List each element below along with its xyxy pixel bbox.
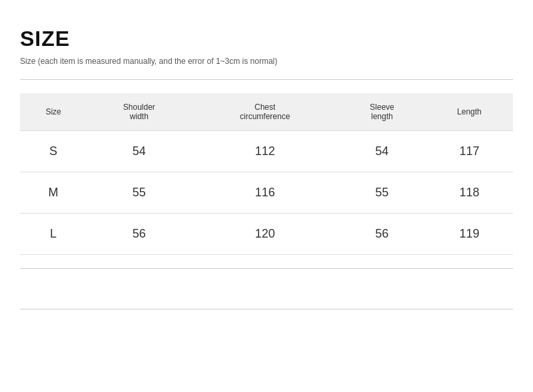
col-header-sleeve-length: Sleevelength xyxy=(338,93,426,131)
cell-sleeve_length: 56 xyxy=(338,214,426,255)
page-container: SIZE Size (each item is measured manuall… xyxy=(0,0,533,336)
divider-footer xyxy=(20,309,513,309)
col-header-length: Length xyxy=(426,93,513,131)
divider-bottom xyxy=(20,268,513,269)
table-row: M5511655118 xyxy=(20,172,513,214)
table-row: S5411254117 xyxy=(20,131,513,172)
size-table: Size Shoulderwidth Chestcircumference Sl… xyxy=(20,93,513,255)
col-header-size: Size xyxy=(20,93,87,131)
cell-shoulder_width: 56 xyxy=(87,214,191,255)
cell-chest_circumference: 112 xyxy=(191,131,338,172)
cell-length: 117 xyxy=(426,131,513,172)
cell-length: 118 xyxy=(426,172,513,214)
col-header-chest-circumference: Chestcircumference xyxy=(191,93,338,131)
cell-sleeve_length: 54 xyxy=(338,131,426,172)
divider-top xyxy=(20,79,513,80)
cell-size: L xyxy=(20,214,87,255)
table-row: L5612056119 xyxy=(20,214,513,255)
cell-size: S xyxy=(20,131,87,172)
page-subtitle: Size (each item is measured manually, an… xyxy=(20,57,513,66)
table-header-row: Size Shoulderwidth Chestcircumference Sl… xyxy=(20,93,513,131)
cell-chest_circumference: 116 xyxy=(191,172,338,214)
col-header-shoulder-width: Shoulderwidth xyxy=(87,93,191,131)
cell-shoulder_width: 55 xyxy=(87,172,191,214)
cell-size: M xyxy=(20,172,87,214)
cell-sleeve_length: 55 xyxy=(338,172,426,214)
cell-chest_circumference: 120 xyxy=(191,214,338,255)
cell-shoulder_width: 54 xyxy=(87,131,191,172)
page-title: SIZE xyxy=(20,27,513,51)
cell-length: 119 xyxy=(426,214,513,255)
